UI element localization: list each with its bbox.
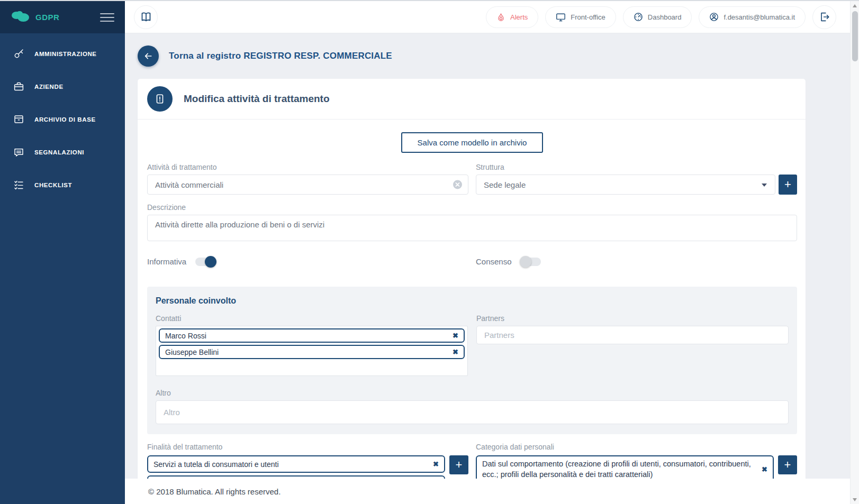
partners-label: Partners xyxy=(476,314,789,323)
partners-field-group: Partners xyxy=(476,314,789,376)
section-title: Personale coinvolto xyxy=(156,296,789,306)
finalita-field-group: Finalità del trattamento Servizi a tutel… xyxy=(147,443,468,479)
personale-coinvolto-section: Personale coinvolto Contatti Marco Rossi… xyxy=(147,287,797,434)
attivita-label: Attività di trattamento xyxy=(147,163,468,171)
altro-field-group: Altro xyxy=(156,389,789,424)
save-as-template-button[interactable]: Salva come modello in archivio xyxy=(401,132,544,153)
main-column: Alerts Front-office Dashboard f.desantis… xyxy=(125,1,850,504)
add-categoria-button[interactable]: + xyxy=(778,455,797,474)
archive-icon xyxy=(13,114,24,126)
attivita-field-group: Attività di trattamento xyxy=(147,163,468,195)
dashboard-gauge-icon xyxy=(634,12,643,22)
clear-attivita-icon[interactable] xyxy=(453,180,462,189)
tag-label: Servizi a tutela di consumatori e utenti xyxy=(153,460,279,469)
sidebar-item-segnalazioni[interactable]: SEGNALAZIONI xyxy=(0,136,125,169)
key-icon xyxy=(13,48,24,60)
informativa-toggle-group: Informativa xyxy=(147,257,468,266)
user-icon xyxy=(709,12,719,22)
vertical-scrollbar[interactable] xyxy=(850,1,859,504)
activity-card-icon xyxy=(147,86,173,112)
partners-input[interactable] xyxy=(476,326,789,344)
remove-tag-icon[interactable]: ✖ xyxy=(433,461,439,468)
open-book-icon xyxy=(140,11,152,23)
briefcase-icon xyxy=(13,81,24,93)
sidebar-item-label: AZIENDE xyxy=(34,84,64,90)
contatti-label: Contatti xyxy=(156,314,468,323)
monitor-icon xyxy=(556,13,566,22)
informativa-toggle[interactable] xyxy=(195,258,215,266)
contatti-tag[interactable]: Giuseppe Bellini ✖ xyxy=(159,345,465,359)
struttura-select[interactable]: Sede legale xyxy=(476,175,775,195)
alerts-label: Alerts xyxy=(510,13,528,21)
finalita-label: Finalità del trattamento xyxy=(147,443,468,451)
remove-tag-icon[interactable]: ✖ xyxy=(453,349,458,355)
logout-button[interactable] xyxy=(812,5,836,29)
brand-name: GDPR xyxy=(35,13,59,22)
sidebar-item-amministrazione[interactable]: AMMINISTRAZIONE xyxy=(0,38,125,70)
categoria-field-group: Categoria dati personali Dati sul compor… xyxy=(476,443,797,479)
tag-label: Giuseppe Bellini xyxy=(165,348,219,356)
finalita-tag[interactable]: Servizi a tutela di consumatori e utenti… xyxy=(147,455,445,473)
card-header: Modifica attività di trattamento xyxy=(138,79,806,120)
sidebar-nav: AMMINISTRAZIONE AZIENDE ARCHIVIO DI BASE xyxy=(0,33,125,201)
sidebar-header: GDPR xyxy=(0,1,125,33)
hamburger-menu-icon[interactable] xyxy=(100,11,114,24)
struttura-field-group: Struttura Sede legale + xyxy=(476,163,797,195)
logout-icon xyxy=(819,11,830,23)
scrollbar-down-arrow[interactable] xyxy=(851,495,859,504)
sidebar-item-aziende[interactable]: AZIENDE xyxy=(0,70,125,103)
categoria-tag[interactable]: Dati sul comportamento (creazione di pro… xyxy=(476,455,774,479)
message-icon xyxy=(13,146,24,159)
dashboard-button[interactable]: Dashboard xyxy=(623,6,692,28)
sidebar-item-label: ARCHIVIO DI BASE xyxy=(34,116,96,123)
attivita-input[interactable] xyxy=(147,175,468,195)
arrow-left-icon xyxy=(143,51,153,61)
descrizione-textarea[interactable]: Attività dirette alla produzione di beni… xyxy=(147,215,797,241)
add-struttura-button[interactable]: + xyxy=(779,175,797,195)
user-account-button[interactable]: f.desantis@blumatica.it xyxy=(699,6,806,28)
sidebar-item-label: SEGNALAZIONI xyxy=(34,149,84,155)
cloud-logo-icon xyxy=(11,10,31,25)
struttura-label: Struttura xyxy=(476,163,797,171)
sidebar-item-archivio-di-base[interactable]: ARCHIVIO DI BASE xyxy=(0,103,125,136)
contatti-tags-box[interactable]: Marco Rossi ✖ Giuseppe Bellini ✖ xyxy=(156,326,468,376)
remove-tag-icon[interactable]: ✖ xyxy=(762,466,767,473)
alerts-button[interactable]: Alerts xyxy=(486,6,538,28)
consenso-toggle[interactable] xyxy=(521,258,541,266)
sidebar-item-label: CHECKLIST xyxy=(34,182,72,188)
user-email: f.desantis@blumatica.it xyxy=(724,13,795,21)
altro-input[interactable] xyxy=(156,400,789,424)
struttura-selected-value: Sede legale xyxy=(484,180,526,189)
footer: © 2018 Blumatica. All rights reserved. xyxy=(125,479,850,504)
descrizione-field-group: Descrizione Attività dirette alla produz… xyxy=(147,203,797,243)
informativa-label: Informativa xyxy=(147,257,186,266)
back-row: Torna al registro REGISTRO RESP. COMMERC… xyxy=(138,45,806,67)
consenso-label: Consenso xyxy=(476,257,512,266)
descrizione-label: Descrizione xyxy=(147,203,797,212)
back-button[interactable] xyxy=(138,45,159,67)
tag-label: Marco Rossi xyxy=(165,332,206,340)
front-office-button[interactable]: Front-office xyxy=(545,6,616,28)
sidebar-item-checklist[interactable]: CHECKLIST xyxy=(0,169,125,201)
manual-book-button[interactable] xyxy=(134,5,158,29)
app-logo[interactable]: GDPR xyxy=(11,10,59,25)
scrollbar-thumb[interactable] xyxy=(852,11,858,61)
sidebar-item-label: AMMINISTRAZIONE xyxy=(34,51,97,57)
consenso-toggle-group: Consenso xyxy=(476,257,797,266)
alert-flame-icon xyxy=(496,13,505,22)
contatti-tag[interactable]: Marco Rossi ✖ xyxy=(159,328,465,343)
dashboard-label: Dashboard xyxy=(648,13,682,21)
tag-label: Dati sul comportamento (creazione di pro… xyxy=(482,459,757,479)
contatti-field-group: Contatti Marco Rossi ✖ Giuseppe Bellini … xyxy=(156,314,468,376)
remove-tag-icon[interactable]: ✖ xyxy=(453,332,458,339)
scrollbar-up-arrow[interactable] xyxy=(851,1,859,10)
add-finalita-button[interactable]: + xyxy=(449,455,468,474)
topbar-actions: Alerts Front-office Dashboard f.desantis… xyxy=(486,5,836,29)
categoria-label: Categoria dati personali xyxy=(476,443,797,451)
content-area: Torna al registro REGISTRO RESP. COMMERC… xyxy=(125,33,850,479)
page-title: Torna al registro REGISTRO RESP. COMMERC… xyxy=(169,51,392,61)
topbar: Alerts Front-office Dashboard f.desantis… xyxy=(125,1,850,33)
card-title: Modifica attività di trattamento xyxy=(184,93,330,105)
chevron-down-icon xyxy=(762,184,767,187)
copyright-text: © 2018 Blumatica. All rights reserved. xyxy=(148,487,281,496)
